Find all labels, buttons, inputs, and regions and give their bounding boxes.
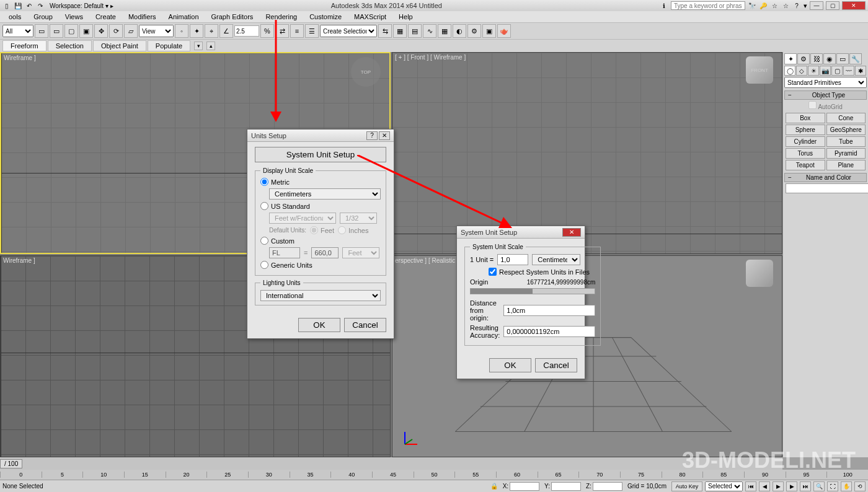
material-editor-icon[interactable]: ◐ — [453, 24, 466, 38]
layers-icon[interactable]: ☰ — [305, 24, 319, 38]
select-object-icon[interactable]: ▭ — [35, 24, 48, 38]
align2-icon[interactable]: ▦ — [393, 24, 407, 38]
tab-display-icon[interactable]: ▭ — [836, 53, 849, 64]
primitive-tube[interactable]: Tube — [826, 136, 866, 147]
primitive-cone[interactable]: Cone — [826, 113, 866, 123]
ribbon-minimize-icon[interactable]: ▴ — [206, 42, 215, 50]
sub-cameras-icon[interactable]: 📷 — [820, 66, 831, 76]
help-dropdown[interactable]: ▾ — [804, 2, 807, 10]
dialog2-ok-button[interactable]: OK — [489, 358, 531, 372]
menu-graph-editors[interactable]: Graph Editors — [205, 13, 260, 20]
dialog2-close-icon[interactable]: ✕ — [562, 228, 581, 237]
pivot-icon[interactable]: ◦ — [175, 24, 188, 38]
render-icon[interactable]: 🫖 — [497, 24, 511, 38]
metric-dropdown[interactable]: Centimeters — [269, 188, 381, 200]
menu-customize[interactable]: Customize — [303, 13, 348, 20]
primitive-sphere[interactable]: Sphere — [786, 125, 825, 135]
next-frame-icon[interactable]: ▶ — [786, 481, 797, 491]
dialog1-help-icon[interactable]: ? — [366, 131, 378, 140]
redo-icon[interactable]: ↷ — [36, 1, 45, 10]
tab-object-paint[interactable]: Object Paint — [93, 40, 146, 51]
tab-create-icon[interactable]: ✦ — [784, 53, 797, 64]
ref-coord-dropdown[interactable]: View — [139, 25, 174, 37]
scale-icon[interactable]: ▱ — [124, 24, 138, 38]
time-slider[interactable]: / 100 — [0, 457, 782, 470]
zoom-icon[interactable]: 🔍 — [813, 481, 825, 491]
distance-input[interactable] — [503, 305, 595, 316]
origin-gauge[interactable] — [470, 288, 595, 294]
x-input[interactable] — [510, 482, 539, 491]
lighting-dropdown[interactable]: International — [260, 290, 381, 301]
category-dropdown[interactable]: Standard Primitives — [784, 77, 867, 88]
primitive-cylinder[interactable]: Cylinder — [786, 136, 825, 147]
dialog1-ok-button[interactable]: OK — [298, 318, 340, 332]
primitive-box[interactable]: Box — [786, 113, 825, 123]
info-icon[interactable]: ℹ — [660, 1, 668, 10]
close-button[interactable]: ✕ — [842, 1, 866, 10]
autogrid-checkbox[interactable]: AutoGrid — [784, 100, 867, 112]
menu-maxscript[interactable]: MAXScript — [348, 13, 392, 20]
primitive-plane[interactable]: Plane — [826, 160, 866, 170]
keyfilter-dropdown[interactable]: Selected — [705, 481, 743, 491]
help-icon[interactable]: ? — [792, 1, 801, 10]
menu-group[interactable]: Group — [27, 13, 59, 20]
radio-generic[interactable]: Generic Units — [260, 261, 312, 269]
favorite-icon[interactable]: ☆ — [781, 1, 790, 10]
star-icon[interactable]: ☆ — [770, 1, 779, 10]
move-icon[interactable]: ✥ — [94, 24, 108, 38]
percent-snap-icon[interactable]: % — [260, 24, 274, 38]
dialog1-close-icon[interactable]: ✕ — [379, 131, 390, 140]
curve-editor-icon[interactable]: ∿ — [423, 24, 436, 38]
menu-create[interactable]: Create — [89, 13, 122, 20]
sub-lights-icon[interactable]: ☀ — [808, 66, 819, 76]
mirror-icon[interactable]: ⇄ — [275, 24, 289, 38]
key-icon[interactable]: 🔑 — [759, 1, 768, 10]
zoom-all-icon[interactable]: ⛶ — [827, 481, 838, 491]
window-crossing-icon[interactable]: ▣ — [79, 24, 93, 38]
y-input[interactable] — [551, 482, 581, 491]
timeline-ruler[interactable]: 0 5 10 15 20 25 30 35 40 45 50 55 60 65 … — [0, 470, 868, 480]
menu-modifiers[interactable]: Modifiers — [122, 13, 162, 20]
snap-toggle-icon[interactable]: ⌖ — [205, 24, 218, 38]
rollout-object-type[interactable]: −Object Type — [784, 90, 867, 100]
autokey-button[interactable]: Auto Key — [671, 481, 702, 491]
tab-modify-icon[interactable]: ⚙ — [797, 53, 810, 64]
angle-snap-icon[interactable]: ∠ — [219, 24, 233, 38]
render-setup-icon[interactable]: ⚙ — [467, 24, 481, 38]
tab-utilities-icon[interactable]: 🔧 — [849, 53, 862, 64]
render-frame-icon[interactable]: ▣ — [482, 24, 496, 38]
primitive-geosphere[interactable]: GeoSphere — [826, 125, 866, 135]
tab-selection[interactable]: Selection — [48, 40, 92, 51]
workspace-selector[interactable]: Workspace: Default ▾ ▸ — [50, 2, 113, 9]
primitive-pyramid[interactable]: Pyramid — [826, 148, 866, 159]
sub-geometry-icon[interactable]: ◯ — [784, 66, 795, 76]
z-input[interactable] — [593, 482, 622, 491]
selection-filter[interactable]: All — [2, 25, 33, 37]
menu-views[interactable]: Views — [59, 13, 89, 20]
viewcube-top[interactable]: TOP — [351, 57, 381, 87]
menu-animation[interactable]: Animation — [162, 13, 205, 20]
maximize-button[interactable]: ▢ — [826, 1, 839, 10]
orbit-icon[interactable]: ⟲ — [854, 481, 866, 491]
goto-end-icon[interactable]: ⏭ — [800, 481, 811, 491]
radio-us[interactable]: US Standard — [260, 202, 310, 210]
sub-systems-icon[interactable]: ✱ — [855, 66, 866, 76]
rotate-icon[interactable]: ⟳ — [109, 24, 123, 38]
primitive-teapot[interactable]: Teapot — [786, 160, 825, 170]
align-icon[interactable]: ≡ — [290, 24, 304, 38]
minimize-button[interactable]: — — [810, 1, 823, 10]
dialog2-cancel-button[interactable]: Cancel — [535, 358, 577, 372]
menu-tools[interactable]: ools — [2, 13, 27, 20]
tab-motion-icon[interactable]: ◉ — [823, 53, 836, 64]
goto-start-icon[interactable]: ⏮ — [745, 481, 756, 491]
radio-metric[interactable]: Metric — [260, 178, 290, 186]
save-icon[interactable]: 💾 — [14, 1, 22, 10]
tab-freeform[interactable]: Freeform — [2, 40, 46, 51]
sub-helpers-icon[interactable]: ▢ — [831, 66, 843, 76]
sub-shapes-icon[interactable]: ◇ — [796, 66, 807, 76]
spinner-input[interactable] — [234, 25, 259, 37]
pan-icon[interactable]: ✋ — [841, 481, 852, 491]
rollout-name-color[interactable]: −Name and Color — [784, 173, 867, 182]
named-selection-input[interactable]: Create Selection Se — [320, 25, 377, 37]
menu-rendering[interactable]: Rendering — [259, 13, 303, 20]
